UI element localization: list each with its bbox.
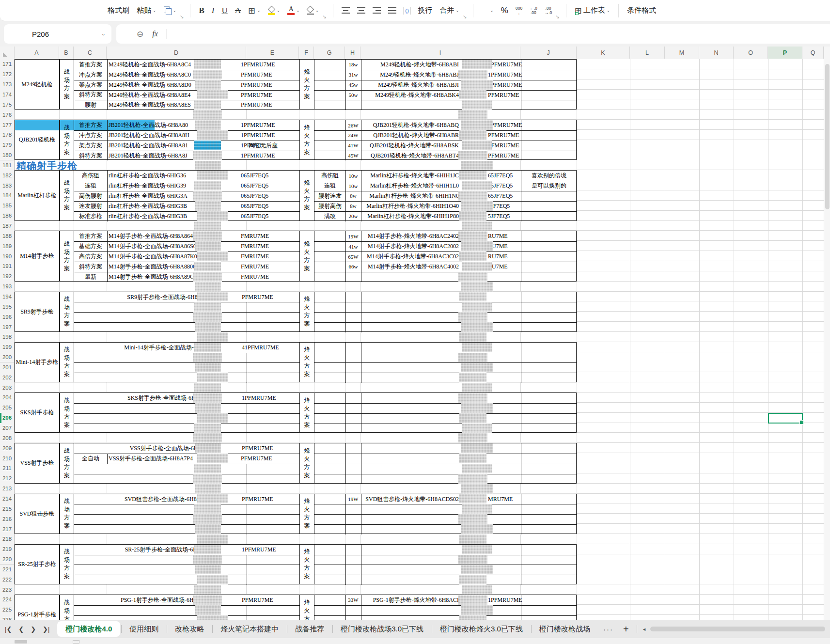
cell-gun-name[interactable]: SKS射手步枪	[15, 393, 60, 432]
row-header-193[interactable]: 193	[0, 282, 15, 292]
cell-price[interactable]: 41W	[345, 141, 361, 151]
row-header-182[interactable]: 182	[0, 170, 15, 181]
cell-bonfire-scheme[interactable]: 烽火方案	[299, 231, 314, 281]
cell-code-battlefield[interactable]: VSS射手步枪-全面战场-6H8A70PFMRU7ME	[74, 443, 299, 454]
column-header-K[interactable]: K	[577, 47, 630, 59]
cell-gun-name[interactable]: M249轻机枪	[15, 60, 60, 109]
row-header-208[interactable]: 208	[0, 433, 15, 443]
cell-remark[interactable]: 是可以换别的	[521, 181, 577, 191]
cell-bonfire-scheme[interactable]: 烽火方案	[299, 443, 314, 483]
cell-code-battlefield[interactable]: SVD狙击步枪-全面战场-6H8A7N0PFMRU7ME	[74, 494, 299, 504]
strikethrough-button[interactable]: A	[235, 6, 241, 16]
bold-button[interactable]: B	[199, 6, 204, 16]
column-header-J[interactable]: J	[520, 47, 577, 59]
sheet-tab-使用细则[interactable]: 使用细则	[121, 620, 167, 638]
cell-price[interactable]: 26W	[345, 120, 361, 130]
row-header-190[interactable]: 190	[0, 251, 15, 262]
cell-code-bonfire[interactable]: SVD狙击步枪-烽火地带-6H8ACDS02MRU7ME	[361, 494, 521, 504]
cell-price[interactable]: 19W	[345, 494, 361, 504]
cell-price[interactable]: 41w	[345, 241, 361, 251]
cell-scheme-label[interactable]: 架点方案	[74, 80, 107, 90]
column-header-B[interactable]: B	[59, 47, 74, 59]
cell-code-bonfire[interactable]: M249轻机枪-烽火地带-6H8ABJI1PFMRU7ME	[361, 80, 521, 90]
row-header-203[interactable]: 203	[0, 382, 15, 393]
column-header-M[interactable]: M	[665, 47, 699, 59]
cell-scheme-label[interactable]: 高伤狙	[74, 171, 107, 181]
row-header-200[interactable]: 200	[0, 352, 15, 363]
align-middle-button[interactable]	[357, 7, 365, 14]
cell-bonfire-label[interactable]: 高伤狙	[314, 171, 345, 181]
comma-style-button[interactable]: 000,	[516, 6, 522, 15]
cell-code-bonfire[interactable]: Marlin杠杆步枪-烽火地带-6HIH1P805JF7EQ5	[361, 211, 521, 221]
row-header-221[interactable]: 221	[0, 565, 15, 575]
cell-price[interactable]: 8w	[345, 201, 361, 211]
cell-code-bonfire[interactable]: Marlin杠杆步枪-烽火地带-6HIH1L065JF7EQ5	[361, 181, 521, 191]
row-header-224[interactable]: 224	[0, 595, 15, 605]
row-header-173[interactable]: 173	[0, 79, 15, 90]
column-header-L[interactable]: L	[630, 47, 665, 59]
row-header-214[interactable]: 214	[0, 494, 15, 504]
row-header-211[interactable]: 211	[0, 463, 15, 474]
cell-bonfire-scheme[interactable]: 烽火方案	[299, 494, 314, 534]
row-header-197[interactable]: 197	[0, 322, 15, 332]
cell-battlefield-scheme[interactable]: 战场方案	[60, 545, 74, 584]
clear-format-button[interactable]: ⌄	[307, 6, 319, 15]
column-header-N[interactable]: N	[699, 47, 734, 59]
cell-bonfire-scheme[interactable]: 烽火方案	[299, 120, 314, 159]
borders-button[interactable]: ⊞⌄	[248, 6, 261, 15]
cell-scheme-label[interactable]: 斜特方案	[74, 262, 107, 272]
column-header-E[interactable]: E	[246, 47, 299, 59]
fill-handle[interactable]	[799, 420, 804, 424]
row-header-177[interactable]: 177	[0, 120, 15, 130]
cell-bonfire-scheme[interactable]: 烽火方案	[299, 595, 314, 620]
cell-remark[interactable]: 喜欢别的倍境	[521, 171, 577, 181]
sheet-tab-橙门楼改枪4.0[interactable]: 橙门楼改枪4.0	[57, 621, 120, 637]
sheet-tab-烽火笔记本搭建中[interactable]: 烽火笔记本搭建中	[212, 620, 287, 638]
cell-code-battlefield[interactable]: SR9射手步枪-全面战场-6H8A7JCPFMRU7ME	[74, 292, 299, 302]
cell-gun-name[interactable]: QJB201轻机枪	[15, 120, 60, 159]
cell-price[interactable]: 31w	[345, 70, 361, 80]
row-header-183[interactable]: 183	[0, 180, 15, 191]
zoom-search-icon[interactable]: ⊖	[137, 29, 143, 39]
fill-color-button[interactable]: ⌄	[268, 6, 281, 15]
scroll-left-icon[interactable]: ◂	[640, 626, 649, 632]
cell-battlefield-scheme[interactable]: 战场方案	[60, 494, 74, 534]
row-header-180[interactable]: 180	[0, 150, 15, 161]
cell-scheme-label[interactable]: 首推方案	[74, 231, 107, 241]
cell-price[interactable]: 10w	[345, 181, 361, 191]
cell-code-battlefield[interactable]: PSG-1射手步枪-全面战场-6H8A7H8PFMRU7ME	[74, 595, 299, 605]
paste-special-button[interactable]: ⌄	[164, 6, 177, 15]
cell-note[interactable]: 网红无后座	[249, 141, 302, 151]
cell-battlefield-scheme[interactable]: 战场方案	[60, 343, 74, 382]
row-header-189[interactable]: 189	[0, 241, 15, 251]
cell-battlefield-scheme[interactable]: 战场方案	[60, 231, 74, 281]
cell-code-bonfire[interactable]: Marlin杠杆步枪-烽火地带-6HIH1N065JF7EQ5	[361, 191, 521, 201]
cell-scheme-label[interactable]: 腰射	[74, 100, 107, 110]
align-group-expander-icon[interactable]: ↘	[463, 14, 467, 19]
cell-gun-name[interactable]: Mini-14射手步枪	[15, 343, 60, 382]
cell-price[interactable]: 18w	[345, 60, 361, 70]
cell-price[interactable]: 33W	[345, 595, 361, 605]
row-header-220[interactable]: 220	[0, 554, 15, 565]
cell-scheme-label[interactable]: 冲点方案	[74, 70, 107, 80]
row-header-206[interactable]: 206	[0, 413, 15, 424]
cell-bonfire-label[interactable]: 连狙	[314, 181, 345, 191]
cell-code-bonfire[interactable]: QJB201轻机枪-烽火地带-6H8ABQ1PFMRU7ME	[361, 120, 521, 130]
cell-battlefield-scheme[interactable]: 战场方案	[60, 443, 74, 483]
cell-gun-name[interactable]: Marlin杠杆步枪	[15, 171, 60, 220]
percent-style-button[interactable]: %	[501, 6, 508, 16]
next-sheet-button[interactable]: ❯	[31, 626, 36, 633]
format-painter-button[interactable]: 格式刷	[108, 6, 129, 15]
row-header-187[interactable]: 187	[0, 221, 15, 232]
align-top-button[interactable]	[342, 7, 350, 14]
merge-cells-button[interactable]: 合并⌄	[439, 6, 459, 15]
cell-scheme-label[interactable]: 高倍方案	[74, 251, 107, 262]
cell-scheme-label[interactable]: 连狙	[74, 181, 107, 191]
cell-scheme-label[interactable]: 全自动	[74, 454, 107, 464]
row-header-172[interactable]: 172	[0, 69, 15, 80]
number-group-expander-icon[interactable]: ↘	[555, 14, 559, 19]
column-header-G[interactable]: G	[314, 47, 345, 59]
worksheet-button[interactable]: ⊞ 工作表⌄	[575, 6, 611, 15]
cell-battlefield-scheme[interactable]: 战场方案	[60, 120, 74, 159]
row-header-194[interactable]: 194	[0, 292, 15, 302]
